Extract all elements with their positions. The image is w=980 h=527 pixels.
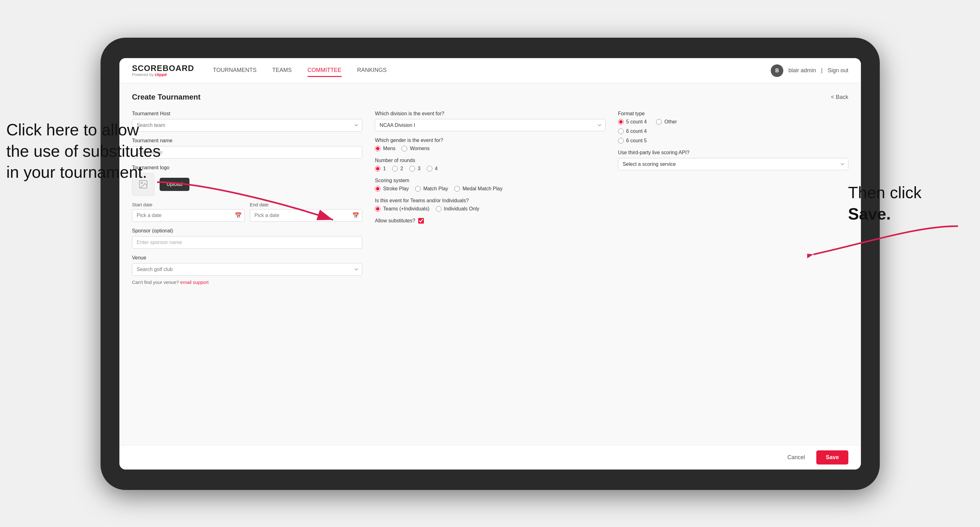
event-individuals-radio[interactable] [436,206,441,212]
gender-mens-label: Mens [383,146,395,151]
cancel-button[interactable]: Cancel [781,451,811,464]
logo-brand: clippd [154,72,167,77]
format-group: Format type 5 count 4 Other [618,111,848,143]
start-date-group: Start date 📅 [132,202,245,222]
back-button[interactable]: < Back [831,94,848,100]
scoring-service-select[interactable]: Select a scoring service [618,158,848,170]
scoring-match-radio[interactable] [415,186,421,192]
scoring-stroke-label: Stroke Play [383,186,409,192]
venue-group: Venue Can't find your venue? email suppo… [132,255,362,285]
format-5count4[interactable]: 5 count 4 [618,119,647,125]
format-6count5-label: 6 count 5 [626,138,647,143]
format-other-label: Other [664,119,677,125]
sponsor-label: Sponsor (optional) [132,228,362,234]
end-date-group: End date 📅 [250,202,363,222]
left-annotation-text: Click here to allow the use of substitut… [6,119,163,183]
venue-input[interactable] [132,263,362,276]
tournament-host-input[interactable] [132,119,362,132]
rounds-3[interactable]: 3 [409,166,420,171]
start-date-input[interactable] [132,209,245,222]
nav-committee[interactable]: COMMITTEE [308,64,342,77]
division-select[interactable]: NCAA Division I [375,119,605,131]
format-5count4-radio[interactable] [618,119,624,125]
event-type-group: Is this event for Teams and/or Individua… [375,198,605,212]
start-date-wrap: 📅 [132,209,245,222]
logo-powered: Powered by clippd [132,72,194,77]
form-section-right: Format type 5 count 4 Other [618,111,848,285]
format-6count4-radio[interactable] [618,129,624,134]
gender-mens-radio[interactable] [375,146,380,151]
tournament-name-label: Tournament name [132,138,362,143]
rounds-1[interactable]: 1 [375,166,386,171]
gender-radio-group: Mens Womens [375,146,605,151]
end-date-input[interactable] [250,209,363,222]
scoring-medal-radio[interactable] [454,186,460,192]
rounds-3-label: 3 [418,166,420,171]
nav-tournaments[interactable]: TOURNAMENTS [213,64,257,77]
navbar: SCOREBOARD Powered by clippd TOURNAMENTS… [119,58,861,83]
rounds-2-radio[interactable] [392,166,398,171]
event-teams[interactable]: Teams (+Individuals) [375,206,429,212]
upload-button[interactable]: Upload [160,178,189,191]
save-button[interactable]: Save [816,450,848,465]
end-date-label: End date [250,202,363,207]
format-other-radio[interactable] [656,119,662,125]
gender-womens-radio[interactable] [402,146,407,151]
sponsor-input[interactable] [132,236,362,249]
scoring-stroke-radio[interactable] [375,186,380,192]
substitutes-group: Allow substitutes? [375,218,605,224]
rounds-2[interactable]: 2 [392,166,403,171]
scoring-stroke[interactable]: Stroke Play [375,186,409,192]
event-type-radio-group: Teams (+Individuals) Individuals Only [375,206,605,212]
format-other[interactable]: Other [656,119,677,125]
event-type-label: Is this event for Teams and/or Individua… [375,198,605,203]
format-row-2: 6 count 4 [618,129,848,134]
gender-womens-label: Womens [410,146,430,151]
scoring-label: Scoring system [375,178,605,183]
venue-hint: Can't find your venue? email support [132,279,362,285]
end-date-wrap: 📅 [250,209,363,222]
event-teams-label: Teams (+Individuals) [383,206,429,212]
scoring-medal[interactable]: Medal Match Play [454,186,503,192]
nav-teams[interactable]: TEAMS [272,64,291,77]
format-6count5[interactable]: 6 count 5 [618,138,647,143]
format-6count4[interactable]: 6 count 4 [618,129,647,134]
nav-links: TOURNAMENTS TEAMS COMMITTEE RANKINGS [213,64,771,77]
scoring-match[interactable]: Match Play [415,186,448,192]
event-individuals[interactable]: Individuals Only [436,206,479,212]
gender-mens[interactable]: Mens [375,146,395,151]
tournament-name-input[interactable] [132,146,362,159]
rounds-1-label: 1 [383,166,386,171]
nav-rankings[interactable]: RANKINGS [357,64,387,77]
logo-scoreboard: SCOREBOARD [132,64,194,72]
format-5count4-label: 5 count 4 [626,119,647,125]
scoring-match-label: Match Play [423,186,448,192]
logo-area: SCOREBOARD Powered by clippd [132,64,194,77]
format-options: 5 count 4 Other 6 count 4 [618,119,848,143]
gender-label: Which gender is the event for? [375,138,605,143]
substitutes-checkbox[interactable] [418,218,424,224]
form-section-middle: Which division is the event for? NCAA Di… [375,111,605,285]
scoring-service-wrap: Select a scoring service [618,158,848,170]
username: blair admin [788,67,816,74]
division-group: Which division is the event for? NCAA Di… [375,111,605,131]
rounds-3-radio[interactable] [409,166,415,171]
sign-out-link[interactable]: Sign out [827,67,848,74]
calendar-icon-start: 📅 [235,212,242,219]
scoring-service-label: Use third-party live scoring API? [618,150,848,156]
tournament-logo-label: Tournament logo [132,165,362,171]
gender-group: Which gender is the event for? Mens Wome… [375,138,605,151]
tournament-logo-group: Tournament logo Upload [132,165,362,196]
format-6count5-radio[interactable] [618,138,624,143]
rounds-4[interactable]: 4 [427,166,438,171]
email-support-link[interactable]: email support [180,279,208,285]
substitutes-label: Allow substitutes? [375,218,415,224]
form-footer: Cancel Save [119,445,861,470]
sponsor-group: Sponsor (optional) [132,228,362,249]
date-row: Start date 📅 End date 📅 [132,202,362,222]
rounds-4-radio[interactable] [427,166,432,171]
gender-womens[interactable]: Womens [402,146,430,151]
tournament-name-group: Tournament name [132,138,362,159]
rounds-1-radio[interactable] [375,166,380,171]
event-teams-radio[interactable] [375,206,380,212]
